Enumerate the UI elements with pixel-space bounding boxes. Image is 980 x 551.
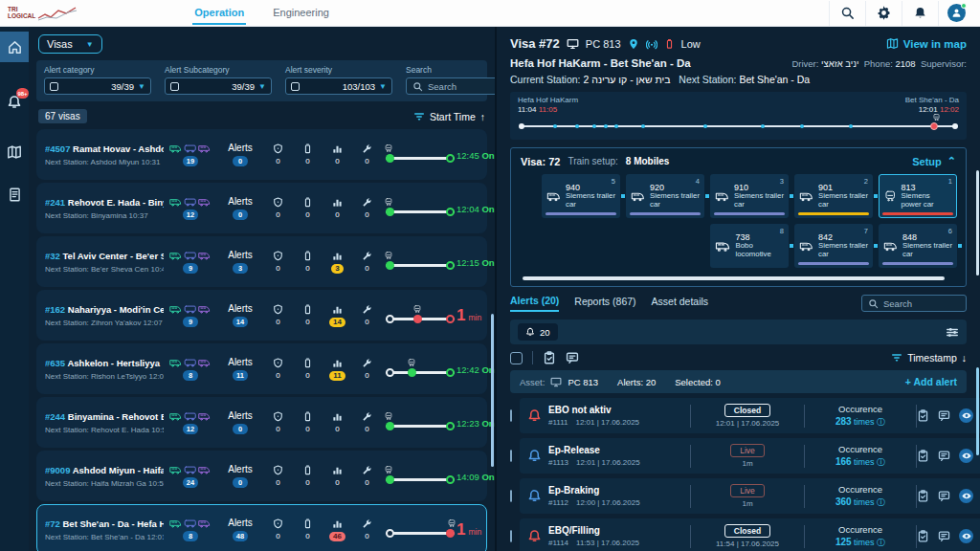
- watch-eye-button[interactable]: [959, 449, 973, 463]
- signal-icon: [646, 38, 657, 50]
- train-car-813-selected[interactable]: 813Siemens power car1: [879, 174, 957, 218]
- select-all-checkbox[interactable]: [510, 352, 523, 364]
- tab-operation[interactable]: Operation: [192, 1, 246, 25]
- sort-start-time[interactable]: Start Time↑: [413, 111, 485, 122]
- asset-value: PC 813: [568, 377, 598, 387]
- visa-row[interactable]: #241 Rehovot E. Hada - BinyaminaNext Sta…: [36, 183, 487, 233]
- visa-row[interactable]: #32 Tel Aviv Center - Be'er She...Next S…: [36, 236, 487, 287]
- clipboard-check-icon[interactable]: [543, 351, 556, 364]
- train-car-920[interactable]: 920Siemens trailer car4: [626, 174, 704, 218]
- alert-card[interactable]: EBQ/Filling#111411:53 | 17.06.2025 Close…: [520, 518, 980, 551]
- settings-gear-icon[interactable]: [865, 1, 902, 26]
- alert-card[interactable]: EBO not aktiv#111112:01 | 17.06.2025 Clo…: [520, 398, 980, 433]
- clipboard-check-icon[interactable]: [917, 490, 929, 502]
- view-in-map-button[interactable]: View in map: [886, 37, 967, 50]
- visa-row[interactable]: #9009 Ashdod Miyun - Haifa Mi...Next Sta…: [36, 451, 487, 501]
- journey-progress-slider[interactable]: [384, 249, 457, 276]
- visa-search-input[interactable]: [428, 81, 489, 92]
- visa-row[interactable]: #635 Ashkelon - HertsliyyaNext Station: …: [36, 343, 487, 394]
- journey-progress-slider[interactable]: [384, 195, 457, 222]
- visa-row[interactable]: #244 Binyamina - Rehovot E. H...Next Sta…: [36, 397, 487, 448]
- train-icon: [169, 518, 183, 528]
- filter-alert-category-select[interactable]: 39/39▼: [44, 77, 151, 95]
- railcar-icon: [184, 251, 197, 260]
- journey-progress-slider[interactable]: [384, 517, 457, 543]
- alert-id: #1113: [548, 458, 568, 467]
- chart-count-warning: 11: [329, 371, 345, 381]
- alert-checkbox[interactable]: [510, 409, 512, 422]
- tab-engineering[interactable]: Engineering: [271, 1, 331, 25]
- train-car-842[interactable]: 842Siemens trailer car7: [794, 224, 873, 268]
- journey-progress-slider[interactable]: [384, 463, 457, 490]
- entity-type-select[interactable]: Visas▼: [38, 34, 102, 54]
- checkbox[interactable]: [50, 82, 58, 91]
- filter-alert-severity-select[interactable]: 103/103▼: [285, 77, 392, 95]
- checkbox[interactable]: [291, 82, 300, 91]
- alert-row: Ep-Release#111312:01 | 17.06.2025 Live1m…: [510, 438, 967, 474]
- sidebar-item-map[interactable]: [0, 137, 29, 167]
- visa-row[interactable]: #4507 Ramat Hovav - Ashdod ...Next Stati…: [36, 129, 487, 180]
- alert-checkbox[interactable]: [510, 530, 512, 542]
- battery-icon: [302, 358, 313, 368]
- mobiles-count: 8 Mobiles: [626, 156, 670, 166]
- sidebar-item-reports[interactable]: [0, 179, 29, 209]
- visa-route: Nahariyya - Modi'in Center: [68, 304, 164, 315]
- alert-card[interactable]: Ep-Braking#111212:00 | 17.06.2025 Live1m…: [520, 478, 980, 514]
- filter-sliders-icon[interactable]: [946, 326, 959, 339]
- watch-eye-button[interactable]: [959, 408, 973, 423]
- message-icon[interactable]: [566, 351, 579, 364]
- clipboard-check-icon[interactable]: [917, 450, 929, 462]
- alert-card[interactable]: Ep-Release#111312:01 | 17.06.2025 Live1m…: [520, 438, 980, 474]
- asset-summary-bar: Asset: PC 813 Alerts: 20 Selected: 0 + A…: [510, 370, 967, 393]
- clipboard-check-icon[interactable]: [917, 409, 929, 422]
- occurrence-label: Occurence: [805, 444, 916, 454]
- filter-alert-subcategory-select[interactable]: 39/39▼: [165, 77, 272, 95]
- journey-progress-slider[interactable]: [384, 302, 457, 329]
- watch-eye-button[interactable]: [959, 529, 973, 543]
- wrench-icon: [362, 465, 372, 475]
- train-car-940[interactable]: 940Siemens trailer car5: [542, 174, 620, 218]
- visa-list-scrollbar[interactable]: [491, 314, 494, 467]
- train-car-738[interactable]: 738Bobo locomotive8: [710, 224, 789, 268]
- setup-collapse-button[interactable]: Setup⌃: [912, 155, 956, 167]
- message-icon[interactable]: [938, 409, 950, 422]
- alert-checkbox[interactable]: [510, 490, 512, 502]
- tab-asset-details[interactable]: Asset details: [652, 296, 709, 311]
- checkbox[interactable]: [170, 82, 179, 91]
- message-icon[interactable]: [938, 530, 950, 542]
- tab-alerts[interactable]: Alerts (20): [510, 295, 559, 312]
- train-car-848[interactable]: 848Siemens trailer car6: [879, 224, 957, 268]
- status-on-time: On time: [481, 472, 495, 482]
- add-alert-button[interactable]: + Add alert: [905, 376, 957, 387]
- clipboard-check-icon[interactable]: [917, 530, 929, 542]
- search-icon[interactable]: [829, 1, 865, 26]
- message-icon[interactable]: [938, 490, 950, 502]
- journey-progress-slider[interactable]: [384, 356, 457, 383]
- visa-row[interactable]: #162 Nahariyya - Modi'in CenterNext Stat…: [36, 290, 487, 341]
- tab-reports[interactable]: Reports (867): [574, 296, 635, 311]
- occurrence-label: Occurence: [805, 404, 916, 414]
- journey-progress-slider[interactable]: [384, 409, 457, 436]
- train-icon: [169, 358, 183, 367]
- sidebar-item-home[interactable]: [0, 32, 29, 62]
- train-car-910[interactable]: 910Siemens trailer car3: [710, 174, 789, 218]
- alert-count-chip[interactable]: 20: [518, 323, 558, 341]
- setup-vertical-scrollbar[interactable]: [976, 170, 979, 276]
- watch-eye-button[interactable]: [959, 489, 973, 503]
- car-position: 5: [612, 177, 615, 186]
- notifications-bell-icon[interactable]: [902, 1, 938, 26]
- car-status-line: [546, 212, 616, 215]
- message-icon[interactable]: [938, 450, 950, 462]
- setup-horizontal-scrollbar[interactable]: [523, 276, 945, 280]
- alert-list-scrollbar[interactable]: [976, 367, 979, 455]
- alerts-search-input[interactable]: [883, 298, 945, 309]
- user-avatar[interactable]: [938, 1, 974, 26]
- sort-timestamp[interactable]: Timestamp↓: [891, 352, 967, 364]
- train-car-901[interactable]: 901Siemens trailer car2: [794, 174, 873, 218]
- visa-row-selected[interactable]: #72 Bet She'an - Da - Hefa Hof ...Next S…: [36, 504, 487, 551]
- alert-checkbox[interactable]: [510, 450, 512, 462]
- sidebar-item-alerts[interactable]: 98+: [0, 87, 29, 118]
- chart-count-warning: 3: [331, 264, 343, 274]
- journey-progress-slider[interactable]: [384, 142, 457, 168]
- detail-route: Hefa Hof HaKarm - Bet She'an - Da: [510, 57, 691, 69]
